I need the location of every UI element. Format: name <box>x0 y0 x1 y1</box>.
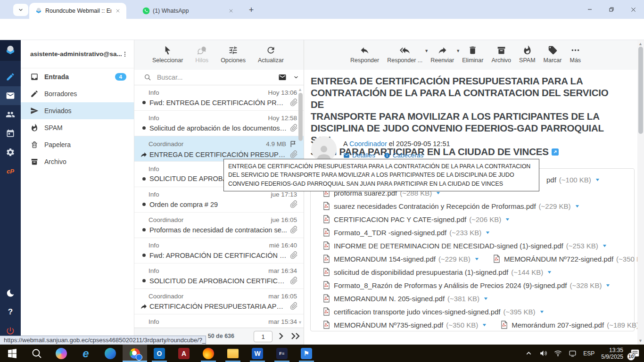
attachment-name[interactable]: INFORME DE DETERMINACION DE NECESIDAD-si… <box>334 242 563 250</box>
link-cabeceras[interactable]: Cabeceras <box>384 152 423 159</box>
attachment-menu-caret-icon[interactable] <box>540 310 544 314</box>
message-row[interactable]: Info mié 16:40 Fwd: APROBACIÓN DE CERTIF… <box>134 238 304 263</box>
message-row[interactable]: Info mar 16:34 SOLICITUD DE APROBACION C… <box>134 263 304 289</box>
restore-button[interactable] <box>601 0 622 19</box>
attachment-menu-caret-icon[interactable] <box>547 270 552 274</box>
tray-chevron-up-icon[interactable] <box>525 349 533 357</box>
scroll-up-icon[interactable]: ▲ <box>638 41 643 46</box>
attachment-name[interactable]: MEMORÁNDUM Nº722-signed.pdf <box>504 255 613 263</box>
reader-toolbar-archivebox[interactable]: Archivo <box>491 40 511 64</box>
attachment-menu-caret-icon[interactable] <box>505 217 510 222</box>
reader-toolbar-spam[interactable]: SPAM <box>519 40 536 64</box>
wifi-icon[interactable] <box>554 349 562 357</box>
message-row[interactable]: Info mar 15:34 <box>134 314 304 328</box>
taskbar-internet-explorer[interactable]: e <box>74 345 98 362</box>
clock[interactable]: 13:35 5/9/2025 <box>601 347 623 360</box>
scroll-up-icon[interactable]: ▲ <box>298 87 302 92</box>
reader-toolbar-replyall[interactable]: Responder ... ▼ <box>387 40 422 64</box>
attachment-item[interactable]: MEMORÁNDUM Nº735-signed.pdf (~350 KB) <box>323 321 487 329</box>
rail-roundcube-logo[interactable] <box>0 40 21 61</box>
sidebar-item-papelera[interactable]: Papelera <box>21 136 134 153</box>
connect-display-icon[interactable] <box>569 349 577 357</box>
taskbar-file-explorer[interactable] <box>221 345 245 362</box>
attachment-name[interactable]: solicitud de disponibilidad presupuestar… <box>334 268 508 276</box>
attachment-name[interactable]: Formato_8_Razón de Proformas y Análisis … <box>334 281 567 289</box>
taskbar-search[interactable] <box>25 345 49 362</box>
reader-scrollbar[interactable]: ▲ ▼ <box>637 40 644 345</box>
taskbar-word[interactable]: W <box>245 345 270 362</box>
sidebar-item-borradores[interactable]: Borradores <box>21 85 134 102</box>
dropdown-caret-icon[interactable]: ▼ <box>456 49 460 53</box>
tab-close-icon[interactable] <box>114 7 122 15</box>
attachment-name[interactable]: MEMORANDUM 154-signed.pdf <box>334 255 436 263</box>
attachment-name[interactable]: certificacion transporte judo vinces-sig… <box>334 308 501 316</box>
list-scrollbar-thumb[interactable] <box>298 93 303 141</box>
toolbar-opciones[interactable]: Opciones <box>221 40 246 64</box>
reader-toolbar-forward[interactable]: Reenviar ▼ <box>430 40 454 64</box>
attachment-menu-caret-icon[interactable] <box>603 244 607 248</box>
attachment-name[interactable]: Memorándum 207-signed.pdf <box>512 321 604 329</box>
taskbar-acrobat[interactable]: A <box>172 345 196 362</box>
sidebar-item-enviados[interactable]: Enviados <box>21 102 134 119</box>
taskbar-cortana[interactable] <box>49 345 74 362</box>
rail-contacts-icon[interactable] <box>0 105 21 124</box>
search-scope-mail-icon[interactable] <box>278 73 287 82</box>
attachment-item[interactable]: pdf (~100 KB) <box>546 176 600 184</box>
attachment-menu-caret-icon[interactable] <box>595 178 600 182</box>
attachment-item[interactable]: MEMORÁNDUM Nº722-signed.pdf (~350 KB) <box>493 255 644 263</box>
minimize-button[interactable] <box>579 0 601 19</box>
attachment-item[interactable]: solicitud de disponibilidad presupuestar… <box>323 268 552 276</box>
scroll-down-icon[interactable]: ▼ <box>638 338 643 343</box>
message-row[interactable]: Coordinador 4.9 MB ENTREGA DE CERTIFICAC… <box>134 136 304 162</box>
rail-cpanel-logo[interactable]: cP <box>0 162 21 181</box>
tab-whatsapp[interactable]: (1) WhatsApp <box>137 3 239 19</box>
message-row[interactable]: Coordinador jue 16:05 Proformas de neces… <box>134 213 304 238</box>
next-page-icon[interactable] <box>277 332 285 340</box>
rail-compose-icon[interactable] <box>0 67 21 86</box>
search-input[interactable] <box>157 74 278 81</box>
rail-help-icon[interactable]: ? <box>0 305 21 319</box>
taskbar-edge[interactable] <box>98 345 123 362</box>
attachment-name[interactable]: MEMORÁNDUM Nº735-signed.pdf <box>334 321 443 329</box>
close-button[interactable] <box>622 0 644 19</box>
taskbar-outlook[interactable]: O <box>147 345 172 362</box>
attachment-name[interactable]: pdf <box>546 176 556 184</box>
attachment-menu-caret-icon[interactable] <box>606 283 610 288</box>
account-menu-icon[interactable] <box>122 51 128 58</box>
message-row[interactable]: Info Hoy 13:06 Fwd: ENTREGA DE CERTIFICA… <box>134 85 304 111</box>
sidebar-item-archivo[interactable]: Archivo <box>21 153 134 170</box>
attachment-name[interactable]: Formato_4_TDR -signed-signed.pdf <box>334 229 446 237</box>
recipient-link[interactable]: Coordinador <box>349 140 387 148</box>
taskbar-chrome[interactable] <box>123 345 147 362</box>
toolbar-seleccionar[interactable]: Seleccionar <box>152 40 183 64</box>
taskbar-firefox[interactable] <box>196 345 221 362</box>
tab-roundcube[interactable]: Roundcube Webmail :: Enviados <box>29 3 126 19</box>
taskbar-flag-app[interactable]: ⚑ <box>294 345 319 362</box>
scroll-down-icon[interactable]: ▼ <box>298 320 302 325</box>
attachment-item[interactable]: certificacion transporte judo vinces-sig… <box>323 307 544 316</box>
last-page-icon[interactable] <box>290 332 301 340</box>
new-tab-button[interactable]: + <box>246 5 256 15</box>
attachment-item[interactable]: Formato_8_Razón de Proformas y Análisis … <box>323 281 610 289</box>
attachment-item[interactable]: CERTIFICACION PAC Y CATE-signed.pdf (~20… <box>323 215 510 223</box>
tab-close-icon[interactable] <box>227 7 235 15</box>
attachment-menu-caret-icon[interactable] <box>575 204 579 208</box>
page-number-input[interactable] <box>254 331 272 342</box>
rail-mail-icon[interactable] <box>0 86 21 105</box>
rail-dark-mode-icon[interactable] <box>0 286 21 300</box>
reader-toolbar-delete[interactable]: Eliminar <box>462 40 483 64</box>
attachment-name[interactable]: suarez necesidades Contratación y Recepc… <box>334 202 536 210</box>
message-row[interactable]: Info Hoy 12:58 Solicitud de aprobación d… <box>134 111 304 136</box>
attachment-item[interactable]: Memorándum 207-signed.pdf (~189 KB) <box>501 321 644 329</box>
language-indicator[interactable]: ESP <box>583 350 594 357</box>
reader-scrollbar-thumb[interactable] <box>638 47 643 134</box>
attachment-item[interactable]: suarez necesidades Contratación y Recepc… <box>323 202 579 210</box>
attachment-menu-caret-icon[interactable] <box>484 296 488 301</box>
search-options-chevron-icon[interactable] <box>293 74 299 80</box>
volume-icon[interactable] <box>539 349 547 357</box>
taskbar-fes-app[interactable]: F≡ <box>270 345 294 362</box>
rail-calendar-icon[interactable] <box>0 124 21 143</box>
toolbar-actualizar[interactable]: Actualizar <box>258 40 284 64</box>
toolbar-hilos[interactable]: Hilos <box>195 40 208 64</box>
open-in-new-window-icon[interactable] <box>552 148 559 156</box>
